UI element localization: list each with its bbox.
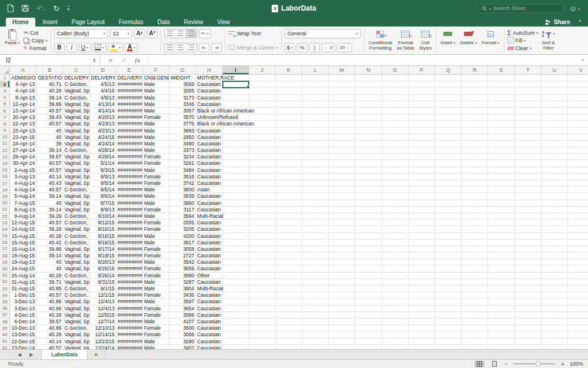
cell-P5[interactable] — [409, 101, 435, 108]
cell-E14[interactable]: ############ — [116, 160, 143, 167]
format-painter-button[interactable]: ✎Format — [24, 44, 48, 52]
cell-B29[interactable]: 40 — [36, 259, 63, 266]
cell-F42[interactable]: Male — [143, 345, 169, 349]
cell-I24[interactable] — [223, 226, 249, 233]
cell-P42[interactable] — [409, 345, 435, 349]
cell-U1[interactable] — [542, 75, 568, 81]
cell-M22[interactable] — [329, 213, 355, 220]
cell-B42[interactable]: 40.57 — [36, 345, 63, 349]
cell-G40[interactable]: 3068 — [169, 331, 196, 338]
cell-U27[interactable] — [542, 246, 568, 253]
cell-H21[interactable]: Caucasian — [196, 207, 222, 213]
cell-V15[interactable] — [568, 167, 588, 174]
cell-L8[interactable] — [302, 121, 329, 127]
cell-Q15[interactable] — [435, 167, 462, 174]
cell-K36[interactable] — [276, 306, 302, 312]
cell-D5[interactable]: 4/13/14 — [90, 101, 116, 108]
cell-E37[interactable]: ############ — [116, 312, 143, 319]
cell-F24[interactable]: Female — [143, 226, 169, 233]
cell-P12[interactable] — [409, 147, 435, 154]
cell-M13[interactable] — [329, 154, 355, 160]
cell-V17[interactable] — [568, 180, 588, 187]
cell-C22[interactable]: C-Section, Lo — [63, 213, 89, 220]
cell-Q34[interactable] — [435, 292, 462, 299]
cell-F36[interactable]: Female — [143, 306, 169, 312]
cell-G34[interactable]: 3436 — [169, 292, 196, 299]
cell-B33[interactable]: 40.85 — [36, 286, 63, 292]
cell-F15[interactable]: Male — [143, 167, 169, 174]
cell-M14[interactable] — [329, 160, 355, 167]
cell-O32[interactable] — [382, 279, 409, 286]
cell-T37[interactable] — [515, 312, 542, 319]
cell-H39[interactable]: Caucasian — [196, 325, 222, 331]
cell-I23[interactable] — [223, 220, 249, 226]
cell-B39[interactable]: 40.86 — [36, 325, 63, 331]
cell-U7[interactable] — [542, 114, 568, 121]
cell-Q35[interactable] — [435, 299, 462, 305]
cell-T31[interactable] — [515, 273, 542, 279]
cell-F17[interactable]: Female — [143, 180, 169, 187]
cell-T4[interactable] — [515, 95, 542, 101]
cell-R22[interactable] — [462, 213, 488, 220]
cell-D18[interactable]: 8/5/14 — [90, 187, 116, 193]
cell-V24[interactable] — [568, 226, 588, 233]
cell-Q23[interactable] — [435, 220, 462, 226]
cell-D21[interactable]: 8/9/13 — [90, 207, 116, 213]
cell-J1[interactable] — [249, 75, 276, 81]
customize-toolbar-icon[interactable]: ▾ — [68, 6, 70, 11]
cell-E33[interactable]: ############ — [116, 286, 143, 292]
cell-L10[interactable] — [302, 134, 329, 141]
underline-button[interactable]: U▾ — [79, 43, 91, 52]
cell-E21[interactable]: ############ — [116, 207, 143, 213]
cell-U18[interactable] — [542, 187, 568, 193]
cell-O19[interactable] — [382, 193, 409, 200]
column-header-P[interactable]: P — [409, 66, 435, 74]
cell-K19[interactable] — [276, 193, 302, 200]
next-sheet-icon[interactable]: ▶ — [29, 352, 33, 357]
cell-M37[interactable] — [329, 312, 355, 319]
feedback-smiley-icon[interactable]: ☺▾ — [569, 4, 580, 13]
cell-G26[interactable]: 3917 — [169, 240, 196, 246]
cell-J19[interactable] — [249, 193, 276, 200]
cell-C35[interactable]: Vaginal, Spor — [63, 299, 89, 305]
cell-H28[interactable]: Caucasian — [196, 253, 222, 259]
cell-C42[interactable]: Vaginal, Vacu — [63, 345, 89, 349]
cell-F21[interactable]: Female — [143, 207, 169, 213]
cell-K25[interactable] — [276, 233, 302, 240]
copy-button[interactable]: Copy ▾ — [24, 37, 48, 44]
cell-H11[interactable]: Caucasian — [196, 141, 222, 147]
cell-L4[interactable] — [302, 95, 329, 101]
cell-S18[interactable] — [488, 187, 514, 193]
cell-A22[interactable]: 9-Aug-14 — [10, 213, 36, 220]
cell-E13[interactable]: ############ — [116, 154, 143, 160]
cell-P40[interactable] — [409, 331, 435, 338]
cell-T27[interactable] — [515, 246, 542, 253]
cell-A36[interactable]: 3-Dec-13 — [10, 306, 36, 312]
cell-I14[interactable] — [223, 160, 249, 167]
cell-G19[interactable]: 3935 — [169, 193, 196, 200]
cell-P8[interactable] — [409, 121, 435, 127]
cell-E30[interactable]: ############ — [116, 266, 143, 272]
cell-E35[interactable]: ############ — [116, 299, 143, 305]
cell-N33[interactable] — [355, 286, 382, 292]
cell-J4[interactable] — [249, 95, 276, 101]
cell-C25[interactable]: C-Section, Lo — [63, 233, 89, 240]
row-number-16[interactable]: 16 — [0, 174, 10, 180]
cell-Q20[interactable] — [435, 200, 462, 207]
cell-T9[interactable] — [515, 128, 542, 134]
cell-F34[interactable]: Female — [143, 292, 169, 299]
cell-C34[interactable]: C-Section, Lo — [63, 292, 89, 299]
cell-A27[interactable]: 16-Aug-14 — [10, 246, 36, 253]
cell-K32[interactable] — [276, 279, 302, 286]
cell-Q22[interactable] — [435, 213, 462, 220]
cell-A30[interactable]: 24-Aug-15 — [10, 266, 36, 272]
cell-E4[interactable]: ############ — [116, 95, 143, 101]
cell-M2[interactable] — [329, 81, 355, 88]
column-header-R[interactable]: R — [462, 66, 488, 74]
cell-P30[interactable] — [409, 266, 435, 272]
cell-D30[interactable]: 8/25/15 — [90, 266, 116, 272]
cell-J18[interactable] — [249, 187, 276, 193]
cell-L17[interactable] — [302, 180, 329, 187]
cell-D4[interactable]: 4/9/13 — [90, 95, 116, 101]
cell-U32[interactable] — [542, 279, 568, 286]
